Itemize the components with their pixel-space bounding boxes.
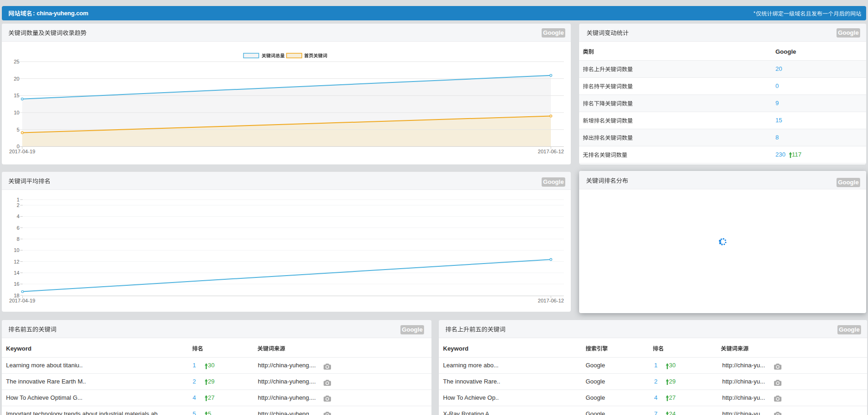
svg-text:16: 16 [14, 281, 19, 287]
svg-text:4: 4 [17, 214, 19, 219]
svg-text:15: 15 [14, 93, 19, 98]
svg-text:5: 5 [17, 127, 19, 132]
svg-text:2017-06-12: 2017-06-12 [538, 149, 564, 154]
svg-text:8: 8 [17, 236, 19, 242]
svg-text:20: 20 [14, 76, 19, 82]
svg-text:25: 25 [14, 59, 19, 64]
svg-text:1: 1 [17, 197, 19, 202]
svg-text:14: 14 [14, 270, 19, 276]
svg-text:2017-04-19: 2017-04-19 [9, 149, 35, 154]
svg-text:2: 2 [17, 202, 19, 208]
svg-text:2017-04-19: 2017-04-19 [9, 298, 35, 303]
svg-text:6: 6 [17, 225, 19, 231]
svg-text:10: 10 [14, 247, 19, 253]
svg-text:12: 12 [14, 259, 19, 264]
svg-text:2017-06-12: 2017-06-12 [538, 298, 564, 303]
svg-text:18: 18 [14, 293, 19, 298]
svg-text:10: 10 [14, 110, 19, 115]
